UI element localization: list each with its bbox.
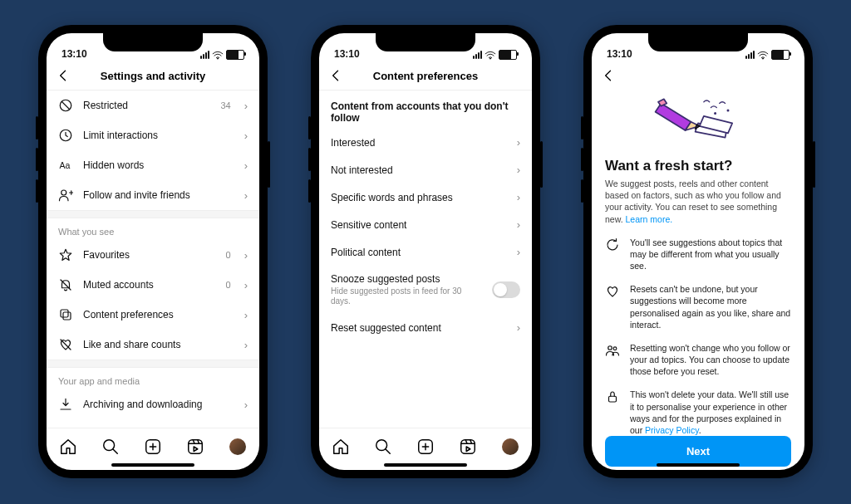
row-snooze[interactable]: Snooze suggested posts Hide suggested po… [319, 266, 532, 314]
chevron-right-icon: › [244, 159, 248, 172]
tab-reels[interactable] [186, 438, 204, 456]
bell-off-icon [58, 277, 73, 292]
row-label: Political content [331, 247, 507, 258]
tab-home[interactable] [59, 438, 77, 456]
section-divider [47, 210, 259, 218]
settings-row[interactable]: Like and share counts› [47, 330, 259, 360]
accessibility-icon [58, 427, 73, 428]
refresh-icon [605, 237, 620, 252]
settings-row[interactable]: Restricted34› [47, 91, 259, 120]
battery-icon [226, 50, 244, 60]
notch [103, 33, 203, 51]
back-button[interactable] [324, 64, 347, 87]
home-icon [59, 438, 77, 456]
back-button[interactable] [597, 64, 620, 87]
svg-point-20 [608, 346, 612, 350]
next-button[interactable]: Next [605, 436, 791, 467]
tab-home[interactable] [332, 438, 350, 456]
svg-point-18 [715, 113, 716, 115]
plus-square-icon [144, 438, 162, 456]
chevron-right-icon: › [517, 136, 520, 149]
heart-icon [605, 283, 620, 299]
settings-row[interactable]: Follow and invite friends› [47, 180, 259, 210]
settings-row[interactable]: Interested› [319, 129, 532, 156]
row-meta: 34 [220, 100, 230, 110]
header: Settings and activity [47, 61, 259, 91]
row-label: Restricted [83, 100, 210, 111]
tab-reels[interactable] [459, 438, 477, 456]
settings-row[interactable]: Muted accounts0› [47, 270, 259, 300]
row-meta: 0 [226, 250, 231, 260]
chevron-right-icon: › [244, 309, 248, 321]
star-icon [58, 247, 73, 262]
svg-rect-22 [609, 397, 617, 403]
tab-create[interactable] [144, 438, 162, 456]
home-indicator [111, 463, 194, 467]
tab-profile[interactable] [501, 438, 519, 456]
wifi-icon [485, 51, 496, 60]
svg-rect-6 [63, 312, 71, 320]
status-right [473, 50, 517, 60]
learn-more-link[interactable]: Learn more. [626, 214, 673, 224]
back-button[interactable] [52, 64, 75, 87]
search-icon [101, 438, 120, 456]
download-icon [58, 397, 73, 412]
header [592, 61, 804, 90]
settings-row[interactable]: AaHidden words› [47, 150, 259, 180]
settings-row[interactable]: Content preferences› [47, 300, 259, 330]
row-label: Specific words and phrases [331, 192, 507, 203]
row-label: Interested [331, 137, 507, 149]
privacy-policy-link[interactable]: Privacy Policy [645, 425, 699, 435]
svg-rect-12 [189, 440, 203, 454]
tab-search[interactable] [101, 438, 120, 456]
avatar-icon [229, 438, 246, 455]
reels-icon [459, 438, 477, 456]
svg-rect-16 [461, 440, 475, 454]
search-icon [374, 438, 392, 456]
home-indicator [657, 463, 740, 467]
settings-row[interactable]: Specific words and phrases› [319, 183, 532, 211]
row-label: Limit interactions [83, 130, 234, 141]
row-reset-suggested[interactable]: Reset suggested content › [319, 314, 532, 341]
signal-icon [473, 51, 482, 59]
settings-row[interactable]: Archiving and downloading› [47, 389, 259, 419]
section-title-app-media: Your app and media [47, 368, 259, 389]
row-label: Reset suggested content [331, 322, 507, 334]
settings-row[interactable]: Favourites0› [47, 240, 259, 270]
svg-point-21 [613, 347, 617, 350]
clock-alert-icon [58, 128, 73, 143]
people-icon [605, 342, 620, 358]
tab-search[interactable] [374, 438, 392, 456]
settings-row[interactable]: Accessibility› [47, 419, 259, 428]
settings-row[interactable]: Limit interactions› [47, 120, 259, 150]
chevron-right-icon: › [244, 279, 248, 291]
chevron-right-icon: › [244, 249, 248, 262]
snooze-toggle[interactable] [492, 281, 520, 298]
aa-icon: Aa [58, 158, 73, 173]
screen-content-preferences: @onessurdu 13:10 Content preferences Con… [319, 33, 532, 470]
avatar-icon [502, 438, 519, 455]
phone-1: @onessurdu 13:10 Settings and activity R… [38, 25, 268, 478]
heart-off-icon [58, 337, 73, 352]
row-meta: 0 [226, 280, 231, 290]
svg-point-17 [762, 58, 763, 59]
notch [376, 33, 475, 51]
page-title: Content preferences [373, 70, 478, 82]
tab-profile[interactable] [229, 438, 247, 456]
settings-row[interactable]: Political content› [319, 238, 532, 266]
home-indicator [384, 463, 467, 467]
fresh-start-title: Want a fresh start? [605, 158, 791, 174]
notch [648, 33, 748, 51]
settings-row[interactable]: Sensitive content› [319, 211, 532, 238]
row-label: Follow and invite friends [83, 189, 234, 201]
settings-row[interactable]: Not interested› [319, 156, 532, 183]
tab-create[interactable] [416, 438, 435, 456]
row-label: Hidden words [83, 159, 234, 171]
chevron-right-icon: › [517, 246, 520, 258]
status-time: 13:10 [607, 48, 632, 60]
fresh-start-content: Want a fresh start? We suggest posts, re… [592, 90, 804, 470]
bullet-item: You'll see suggestions about topics that… [605, 237, 791, 272]
chevron-right-icon: › [517, 164, 520, 176]
battery-icon [499, 50, 517, 60]
row-label: Snooze suggested posts [331, 273, 482, 285]
